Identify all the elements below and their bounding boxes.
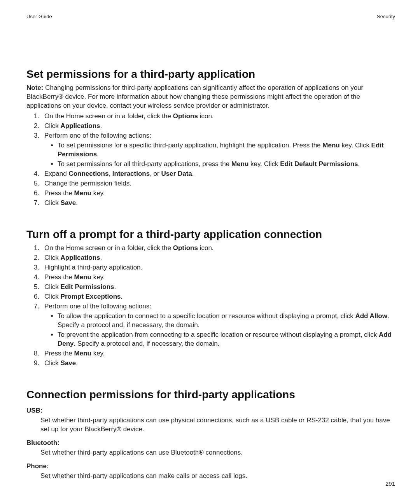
note-body: Changing permissions for third-party app… bbox=[26, 84, 363, 109]
text: . bbox=[100, 254, 102, 261]
phone-def: Set whether third-party applications can… bbox=[40, 472, 395, 481]
note-label: Note: bbox=[26, 84, 43, 91]
list-item: Change the permission fields. bbox=[41, 179, 395, 188]
text: On the Home screen or in a folder, click… bbox=[44, 244, 173, 252]
list-item: Press the Menu key. bbox=[41, 349, 395, 358]
bold-text: Save bbox=[61, 359, 76, 367]
list-item: Press the Menu key. bbox=[41, 273, 395, 282]
bold-text: Menu bbox=[74, 273, 91, 281]
list-item: Perform one of the following actions: To… bbox=[41, 131, 395, 169]
text: Press the bbox=[44, 350, 74, 357]
text: key. Click bbox=[340, 142, 371, 149]
list-item: To set permissions for all third-party a… bbox=[58, 160, 395, 169]
text: key. Click bbox=[248, 160, 280, 168]
list-item: Click Save. bbox=[41, 359, 395, 368]
text: icon. bbox=[198, 112, 214, 120]
text: Click bbox=[44, 254, 61, 261]
list-item: Click Applications. bbox=[41, 122, 395, 131]
bold-text: Add Allow bbox=[355, 312, 387, 320]
usb-def: Set whether third-party applications can… bbox=[40, 416, 395, 434]
header-left: User Guide bbox=[26, 13, 52, 20]
text: icon. bbox=[198, 244, 214, 252]
list-item: Click Edit Permissions. bbox=[41, 283, 395, 292]
bold-text: Menu bbox=[231, 160, 248, 168]
text: Click bbox=[44, 199, 61, 206]
bold-text: Edit Permissions bbox=[61, 283, 114, 290]
text: Press the bbox=[44, 189, 74, 197]
section2-steps: On the Home screen or in a folder, click… bbox=[26, 244, 395, 368]
text: Highlight a third-party application. bbox=[44, 264, 142, 271]
document-page: User Guide Security Set permissions for … bbox=[0, 0, 420, 504]
bold-text: Applications bbox=[61, 122, 100, 130]
text: key. bbox=[91, 189, 105, 197]
text: To prevent the application from connecti… bbox=[58, 331, 379, 338]
list-item: To allow the application to connect to a… bbox=[58, 312, 395, 330]
text: Click bbox=[44, 283, 61, 290]
page-header: User Guide Security bbox=[26, 13, 395, 20]
section1-heading: Set permissions for a third-party applic… bbox=[26, 67, 395, 82]
list-item: Click Prompt Exceptions. bbox=[41, 292, 395, 301]
list-item: Highlight a third-party application. bbox=[41, 263, 395, 272]
text: To set permissions for all third-party a… bbox=[58, 160, 231, 168]
text: . bbox=[114, 283, 116, 290]
text: Change the permission fields. bbox=[44, 180, 131, 187]
bold-text: User Data bbox=[161, 170, 192, 177]
text: Click bbox=[44, 293, 61, 300]
text: . bbox=[76, 199, 78, 206]
header-right: Security bbox=[377, 13, 395, 20]
text: . bbox=[358, 160, 360, 168]
section3-heading: Connection permissions for third-party a… bbox=[26, 387, 395, 402]
text: To allow the application to connect to a… bbox=[58, 312, 355, 320]
list-item: Perform one of the following actions: To… bbox=[41, 302, 395, 348]
list-item: To set permissions for a specific third-… bbox=[58, 141, 395, 159]
bluetooth-term: Bluetooth: bbox=[26, 439, 395, 448]
bold-text: Connections bbox=[68, 170, 108, 177]
list-item: Click Save. bbox=[41, 199, 395, 208]
text: . bbox=[97, 150, 99, 158]
list-item: Click Applications. bbox=[41, 254, 395, 262]
section1-note: Note: Changing permissions for third-par… bbox=[26, 84, 395, 110]
bold-text: Save bbox=[61, 199, 76, 206]
bold-text: Menu bbox=[74, 189, 91, 197]
text: Press the bbox=[44, 273, 74, 281]
sub-bullets: To set permissions for a specific third-… bbox=[58, 141, 395, 169]
section1-steps: On the Home screen or in a folder, click… bbox=[26, 112, 395, 207]
text: Expand bbox=[44, 170, 68, 177]
sub-bullets: To allow the application to connect to a… bbox=[58, 312, 395, 348]
text: On the Home screen or in a folder, click… bbox=[44, 112, 173, 120]
text: To set permissions for a specific third-… bbox=[58, 142, 322, 149]
definition-list: USB: Set whether third-party application… bbox=[26, 406, 395, 481]
bold-text: Prompt Exceptions bbox=[61, 293, 121, 300]
text: , or bbox=[150, 170, 161, 177]
text: key. bbox=[91, 350, 105, 357]
text: . bbox=[76, 359, 78, 367]
text: . Specify a protocol and, if necessary, … bbox=[74, 340, 220, 347]
text: Perform one of the following actions: bbox=[44, 303, 151, 310]
text: Click bbox=[44, 122, 61, 130]
list-item: On the Home screen or in a folder, click… bbox=[41, 244, 395, 253]
phone-term: Phone: bbox=[26, 462, 395, 471]
bluetooth-def: Set whether third-party applications can… bbox=[40, 448, 395, 457]
list-item: Expand Connections, Interactions, or Use… bbox=[41, 170, 395, 178]
bold-text: Edit Default Permissions bbox=[280, 160, 358, 168]
text: Click bbox=[44, 359, 61, 367]
text: . bbox=[192, 170, 194, 177]
text: , bbox=[108, 170, 112, 177]
list-item: Press the Menu key. bbox=[41, 189, 395, 198]
bold-text: Options bbox=[173, 244, 198, 252]
list-item: On the Home screen or in a folder, click… bbox=[41, 112, 395, 121]
bold-text: Applications bbox=[61, 254, 100, 261]
bold-text: Menu bbox=[74, 350, 91, 357]
text: Perform one of the following actions: bbox=[44, 132, 151, 139]
bold-text: Interactions bbox=[112, 170, 150, 177]
bold-text: Options bbox=[173, 112, 198, 120]
text: . bbox=[100, 122, 102, 130]
text: . bbox=[121, 293, 122, 300]
section2-heading: Turn off a prompt for a third-party appl… bbox=[26, 227, 395, 242]
text: key. bbox=[91, 273, 105, 281]
bold-text: Menu bbox=[322, 142, 340, 149]
page-number: 291 bbox=[385, 480, 395, 488]
list-item: To prevent the application from connecti… bbox=[58, 331, 395, 348]
usb-term: USB: bbox=[26, 406, 395, 415]
